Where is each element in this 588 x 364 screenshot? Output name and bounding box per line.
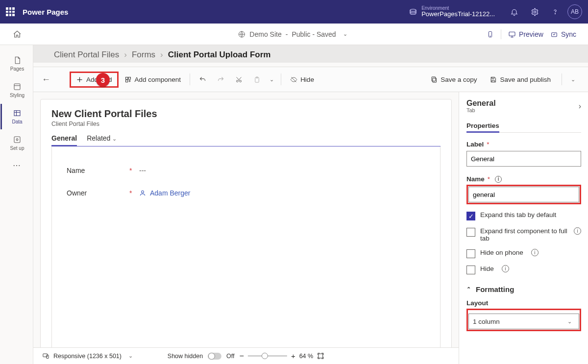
save-publish-button[interactable]: Save and publish bbox=[485, 73, 556, 86]
rp-title: General bbox=[466, 99, 496, 108]
nav-setup[interactable]: Set up bbox=[0, 130, 33, 156]
page-icon bbox=[13, 56, 22, 65]
checkbox-icon bbox=[466, 228, 475, 237]
top-bar: Power Pages Environment PowerPagesTrial-… bbox=[0, 0, 588, 24]
breadcrumb-item[interactable]: Client Portal Files bbox=[54, 50, 119, 60]
site-state: Public - Saved bbox=[292, 30, 336, 38]
info-icon[interactable]: i bbox=[531, 249, 539, 256]
chevron-down-icon[interactable]: ⌄ bbox=[267, 76, 277, 83]
show-hidden-toggle[interactable] bbox=[208, 353, 221, 360]
svg-rect-18 bbox=[432, 76, 436, 81]
tab-related[interactable]: Related⌄ bbox=[87, 134, 117, 146]
undo-button[interactable] bbox=[194, 73, 211, 86]
collapse-pane-icon[interactable]: › bbox=[579, 102, 581, 111]
svg-rect-8 bbox=[14, 111, 20, 116]
checkbox-checked-icon: ✓ bbox=[466, 212, 475, 220]
chk-expand-full[interactable]: Expand first component to full tab i bbox=[466, 227, 581, 242]
show-hidden-label: Show hidden bbox=[168, 353, 203, 360]
preview-button[interactable]: Preview bbox=[508, 30, 543, 38]
callout-3: 3 bbox=[96, 73, 110, 87]
preview-label: Preview bbox=[519, 30, 543, 38]
save-copy-button[interactable]: Save a copy bbox=[425, 73, 482, 86]
label-input[interactable] bbox=[466, 151, 581, 167]
home-icon[interactable] bbox=[12, 29, 23, 40]
add-component-button[interactable]: Add component bbox=[120, 73, 186, 86]
svg-rect-9 bbox=[14, 137, 20, 143]
form-canvas: New Client Portal Files Client Portal Fi… bbox=[33, 92, 459, 364]
owner-value[interactable]: Adam Berger bbox=[150, 189, 190, 197]
back-button[interactable]: ← bbox=[38, 74, 54, 85]
svg-rect-5 bbox=[509, 32, 515, 36]
chk-hide-phone[interactable]: Hide on phone i bbox=[466, 249, 581, 258]
brand-title: Power Pages bbox=[23, 8, 68, 16]
nav-data[interactable]: Data bbox=[0, 104, 33, 129]
chevron-down-icon[interactable]: ⌄ bbox=[568, 76, 578, 83]
zoom-control[interactable]: − + 64 % bbox=[240, 352, 325, 361]
add-field-button[interactable]: Add field bbox=[71, 73, 117, 86]
checkbox-icon bbox=[466, 249, 475, 258]
breadcrumb-current: Client Portal Upload Form bbox=[168, 50, 271, 60]
left-nav: Pages Styling Data Set up ⋯ bbox=[0, 45, 33, 364]
field-row-name[interactable]: Name * --- bbox=[67, 159, 425, 182]
svg-rect-11 bbox=[125, 77, 127, 79]
setup-icon bbox=[13, 135, 22, 144]
fields-section[interactable]: Name * --- Owner * Adam Berger bbox=[51, 146, 441, 362]
sync-button[interactable]: Sync bbox=[550, 30, 576, 38]
info-icon[interactable]: i bbox=[495, 176, 502, 183]
checkbox-icon bbox=[466, 266, 475, 274]
svg-rect-21 bbox=[43, 354, 48, 357]
hide-button[interactable]: Hide bbox=[285, 73, 319, 86]
form-title: New Client Portal Files bbox=[51, 108, 441, 120]
svg-rect-23 bbox=[318, 354, 323, 358]
site-name: Demo Site bbox=[249, 30, 281, 38]
svg-point-20 bbox=[142, 191, 144, 193]
notification-icon[interactable] bbox=[506, 3, 522, 20]
zoom-pct: 64 % bbox=[299, 353, 314, 360]
nav-pages[interactable]: Pages bbox=[0, 51, 33, 76]
field-row-owner[interactable]: Owner * Adam Berger bbox=[67, 182, 425, 204]
cut-button[interactable] bbox=[230, 73, 247, 86]
svg-rect-12 bbox=[128, 77, 130, 79]
form-card: New Client Portal Files Client Portal Fi… bbox=[40, 99, 452, 364]
svg-point-1 bbox=[555, 13, 555, 14]
formatting-header[interactable]: ⌃ Formatting bbox=[466, 285, 581, 293]
settings-icon[interactable] bbox=[526, 3, 543, 20]
info-icon[interactable]: i bbox=[502, 265, 509, 272]
chk-expand-default[interactable]: ✓ Expand this tab by default bbox=[466, 211, 581, 220]
chevron-down-icon[interactable]: ⌄ bbox=[125, 353, 136, 359]
redbox-addfield: Add field bbox=[70, 72, 119, 88]
properties-pane: General Tab › Properties Label* Name* i … bbox=[459, 92, 588, 364]
site-selector[interactable]: Demo Site - Public - Saved ⌄ bbox=[238, 30, 350, 38]
avatar[interactable]: AB bbox=[567, 4, 582, 19]
responsive-icon[interactable] bbox=[42, 352, 49, 360]
breadcrumb: Client Portal Files › Forms › Client Por… bbox=[33, 45, 588, 67]
chevron-down-icon: ⌄ bbox=[340, 31, 350, 37]
nav-more[interactable]: ⋯ bbox=[13, 161, 21, 170]
nav-styling[interactable]: Styling bbox=[0, 77, 33, 103]
waffle-icon[interactable] bbox=[6, 7, 15, 16]
environment-icon bbox=[409, 7, 417, 16]
redbox-layout: 1 column ⌄ bbox=[466, 309, 581, 331]
info-icon[interactable]: i bbox=[574, 227, 581, 235]
toggle-state: Off bbox=[226, 353, 234, 360]
environment-picker[interactable]: Environment PowerPagesTrial-12122... bbox=[409, 5, 495, 18]
name-input[interactable] bbox=[468, 187, 579, 202]
status-bar: Responsive (1236 x 501) ⌄ Show hidden Of… bbox=[33, 347, 459, 364]
rp-tab-properties[interactable]: Properties bbox=[466, 122, 499, 132]
sync-label: Sync bbox=[561, 30, 576, 38]
svg-rect-13 bbox=[125, 80, 127, 82]
paste-button[interactable] bbox=[248, 73, 266, 86]
environment-name: PowerPagesTrial-12122... bbox=[421, 11, 495, 18]
form-tabs: General Related⌄ bbox=[51, 134, 441, 146]
main-area: Client Portal Files › Forms › Client Por… bbox=[33, 45, 588, 364]
chk-hide[interactable]: Hide i bbox=[466, 265, 581, 274]
responsive-label[interactable]: Responsive (1236 x 501) bbox=[53, 353, 122, 360]
tab-general[interactable]: General bbox=[51, 134, 77, 146]
form-subtitle: Client Portal Files bbox=[51, 121, 441, 127]
layout-select[interactable]: 1 column ⌄ bbox=[468, 314, 579, 329]
breadcrumb-item[interactable]: Forms bbox=[132, 50, 155, 60]
mobile-preview-icon[interactable] bbox=[487, 30, 494, 39]
redo-button[interactable] bbox=[212, 73, 229, 86]
help-icon[interactable] bbox=[547, 3, 564, 20]
form-toolbar: ← 3 Add field Add component ⌄ bbox=[33, 67, 588, 92]
